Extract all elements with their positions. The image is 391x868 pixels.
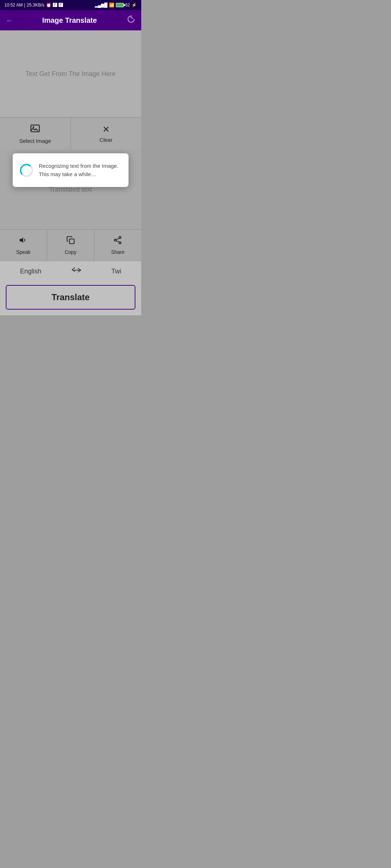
select-image-button[interactable]: Select Image (0, 118, 71, 150)
clear-label: Clear (100, 137, 113, 143)
history-button[interactable] (126, 14, 135, 26)
share-icon (113, 235, 122, 247)
share-button[interactable]: Share (94, 230, 141, 261)
target-language[interactable]: Twi (112, 268, 121, 275)
status-time: 10:52 AM (4, 3, 23, 8)
text-from-image-area: Text Get From The Image Here (0, 30, 141, 117)
translate-btn-area: Translate (0, 281, 141, 315)
image-text-placeholder: Text Get From The Image Here (26, 70, 116, 78)
loading-dialog: Recognizing text from the Image. This ma… (13, 153, 129, 187)
status-right: ▂▄▆█ 📶 62 ⚡ (95, 3, 137, 8)
select-image-label: Select Image (19, 138, 51, 144)
speak-button[interactable]: Speak (0, 230, 47, 261)
signal-icon: ▂▄▆█ (95, 3, 108, 8)
svg-point-6 (119, 242, 121, 244)
svg-marker-2 (20, 237, 23, 243)
clear-button[interactable]: ✕ Clear (71, 118, 142, 150)
svg-point-5 (114, 239, 116, 241)
status-left: 10:52 AM | 25.3KB/s ⏰ 🅿 🅿 (4, 3, 63, 8)
wifi-icon: 📶 (109, 3, 114, 8)
swap-languages-button[interactable] (70, 266, 83, 276)
loading-dialog-wrapper: Recognizing text from the Image. This ma… (0, 153, 141, 187)
language-bar: English Twi (0, 261, 141, 281)
loading-spinner (20, 164, 33, 177)
status-bar: 10:52 AM | 25.3KB/s ⏰ 🅿 🅿 ▂▄▆█ 📶 62 ⚡ (0, 0, 141, 10)
action-buttons-row: Select Image ✕ Clear (0, 117, 141, 150)
app-bar: ← Image Translate (0, 10, 141, 30)
svg-rect-3 (70, 239, 74, 244)
app-bar-title: Image Translate (42, 16, 97, 25)
loading-message-line2: This may take a while… (39, 171, 96, 177)
translate-button[interactable]: Translate (6, 285, 135, 310)
share-label: Share (111, 249, 125, 255)
app-icon2: 🅿 (59, 3, 63, 8)
status-speed: 25.3KB/s (27, 3, 45, 8)
copy-icon (66, 235, 75, 247)
battery-icon (116, 3, 124, 7)
copy-button[interactable]: Copy (47, 230, 94, 261)
svg-point-1 (33, 126, 34, 128)
speak-label: Speak (16, 249, 31, 255)
copy-label: Copy (65, 249, 77, 255)
music-icon: 🅿 (53, 3, 57, 8)
back-button[interactable]: ← (6, 16, 13, 25)
battery-percent: 62 (125, 3, 130, 8)
clear-icon: ✕ (102, 124, 110, 135)
alarm-icon: ⏰ (46, 3, 51, 8)
bottom-actions-row: Speak Copy Share (0, 229, 141, 261)
main-content: Text Get From The Image Here Select Imag… (0, 30, 141, 261)
loading-message-line1: Recognizing text from the Image. (39, 163, 118, 169)
speak-icon (19, 235, 28, 247)
select-image-icon (30, 123, 40, 136)
source-language[interactable]: English (20, 268, 41, 275)
status-separator: | (24, 3, 25, 8)
charging-icon: ⚡ (131, 3, 137, 8)
svg-point-4 (119, 237, 121, 238)
loading-text: Recognizing text from the Image. This ma… (39, 162, 118, 178)
